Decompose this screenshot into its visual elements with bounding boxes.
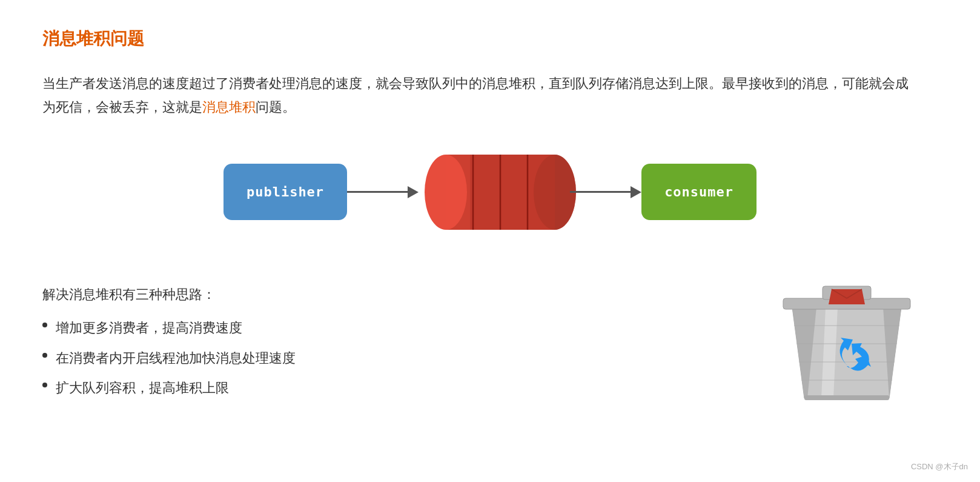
solution-item-1: 增加更多消费者，提高消费速度	[42, 316, 768, 339]
watermark: CSDN @木子dn	[911, 460, 968, 474]
bullet-dot-3	[42, 383, 47, 387]
solution-text-3: 扩大队列容积，提高堆积上限	[56, 377, 229, 399]
solutions-section: 解决消息堆积有三种种思路： 增加更多消费者，提高消费速度 在消费者内开启线程池加…	[42, 283, 768, 400]
message-flow-diagram: publisher consumer	[42, 144, 938, 241]
consumer-box: consumer	[641, 164, 757, 220]
solution-text-2: 在消费者内开启线程池加快消息处理速度	[56, 347, 296, 369]
trash-illustration	[768, 253, 938, 417]
svg-marker-18	[829, 289, 865, 304]
left-arrow	[347, 186, 419, 198]
left-content: 解决消息堆积有三种种思路： 增加更多消费者，提高消费速度 在消费者内开启线程池加…	[42, 271, 768, 407]
right-arrowhead	[631, 186, 641, 198]
description-text-before: 当生产者发送消息的速度超过了消费者处理消息的速度，就会导致队列中的消息堆积，直到…	[42, 76, 909, 115]
page-title: 消息堆积问题	[42, 24, 938, 53]
right-arrow	[570, 186, 641, 198]
highlight-text: 消息堆积	[202, 99, 256, 115]
solution-item-3: 扩大队列容积，提高堆积上限	[42, 377, 768, 399]
bottom-section: 解决消息堆积有三种种思路： 增加更多消费者，提高消费速度 在消费者内开启线程池加…	[42, 271, 938, 417]
bullet-dot-2	[42, 353, 47, 358]
message-queue-cylinder	[419, 153, 570, 232]
solution-text-1: 增加更多消费者，提高消费速度	[56, 316, 242, 339]
solution-item-2: 在消费者内开启线程池加快消息处理速度	[42, 347, 768, 369]
left-arrow-line	[347, 191, 408, 193]
bullet-dot-1	[42, 323, 47, 327]
description-text-after: 问题。	[256, 99, 296, 115]
svg-rect-21	[804, 395, 889, 400]
trash-svg	[768, 253, 925, 410]
publisher-box: publisher	[223, 164, 347, 220]
right-arrow-line	[570, 191, 631, 193]
description-paragraph: 当生产者发送消息的速度超过了消费者处理消息的速度，就会导致队列中的消息堆积，直到…	[42, 72, 915, 119]
solutions-title: 解决消息堆积有三种种思路：	[42, 283, 768, 306]
solutions-list: 增加更多消费者，提高消费速度 在消费者内开启线程池加快消息处理速度 扩大队列容积…	[42, 316, 768, 399]
cylinder-svg	[409, 153, 579, 232]
svg-rect-7	[446, 155, 470, 230]
